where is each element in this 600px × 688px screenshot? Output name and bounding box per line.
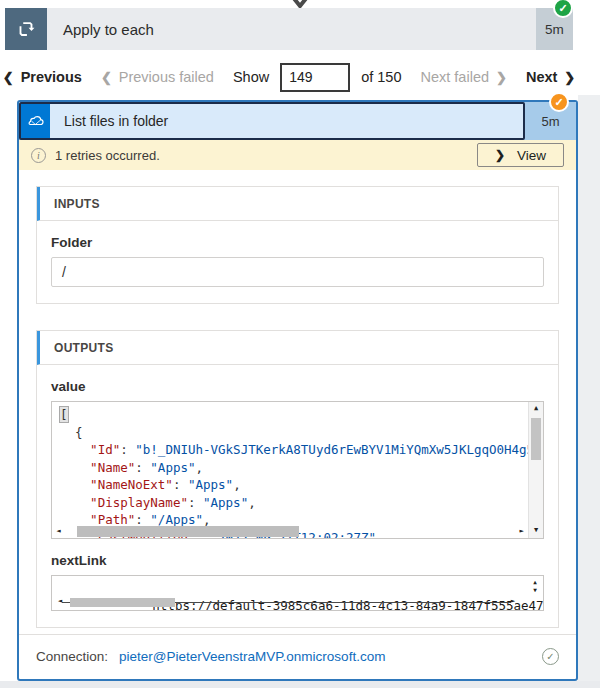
apply-to-each-title: Apply to each [47,8,536,50]
apply-to-each-loop-icon [5,8,47,50]
nextlink-code-viewer[interactable]: https://default-3985c6a6-11d8-4c13-84a9-… [51,575,544,611]
next-label: Next [526,69,557,85]
outputs-section: OUTPUTS value [ { "Id": "b!_DNIUh-VGkSJT… [36,330,559,628]
info-icon: i [31,148,46,163]
scroll-left-arrow[interactable]: ◄ [52,525,65,538]
scroll-down-arrow[interactable]: ▼ [529,524,543,538]
scroll-right-arrow[interactable]: ► [515,525,528,538]
chevron-right-icon: ❯ [496,70,507,85]
code-content: [ { "Id": "b!_DNIUh-VGkSJTKerkA8TUyd6rEw… [60,406,525,539]
scroll-up-arrow[interactable]: ▲ [529,402,543,416]
view-retries-button[interactable]: ❯ View [477,143,564,167]
vertical-scrollbar[interactable]: ▲ ▼ [528,402,543,538]
check-icon: ✓ [546,651,554,662]
iteration-pagination: ❮ Previous ❮ Previous failed Show of 150… [0,60,578,94]
scroll-left-arrow[interactable]: ◄ [58,597,62,605]
background-gutter-bottom [0,681,600,688]
horizontal-scrollbar[interactable]: ◄ ► [52,525,528,538]
iteration-number-input[interactable] [280,63,350,92]
flow-run-panel: Apply to each 5m ✓ ❮ Previous ❮ Previous… [0,0,600,688]
pagination-next-failed-button[interactable]: Next failed ❯ [421,69,507,85]
view-label: View [517,148,546,163]
chevron-left-icon: ❮ [101,70,112,85]
next-failed-label: Next failed [421,69,490,85]
action-card-body: INPUTS Folder / OUTPUTS value [ { "Id": … [19,170,576,634]
outputs-section-content: value [ { "Id": "b!_DNIUh-VGkSJTKerkA8TU… [37,365,558,627]
background-gutter [578,95,600,688]
action-selected-outline[interactable]: List files in folder [19,102,525,140]
chevron-right-icon: ❯ [564,70,575,85]
connection-label: Connection: [36,649,108,664]
outputs-section-header: OUTPUTS [37,331,558,365]
scroll-right-arrow[interactable]: ► [511,597,515,605]
action-title: List files in folder [50,104,523,138]
outputs-value-code-viewer[interactable]: [ { "Id": "b!_DNIUh-VGkSJTKerkA8TUyd6rEw… [51,401,544,539]
inputs-section-header: INPUTS [37,187,558,221]
retry-message: 1 retries occurred. [55,148,160,163]
code-line: "Name": "Apps", [60,459,525,477]
folder-input[interactable]: / [51,257,544,287]
code-line: [ [60,406,525,424]
apply-to-each-card-header[interactable]: Apply to each 5m [5,8,573,50]
retry-banner: i 1 retries occurred. ❯ View [19,140,576,170]
connection-footer: Connection: pieter@PieterVeenstraMVP.onm… [19,634,576,679]
vertical-scroll-thumb[interactable] [531,418,541,460]
check-icon: ✓ [554,96,563,109]
horizontal-scroll-thumb[interactable] [70,598,175,607]
connection-account-link[interactable]: pieter@PieterVeenstraMVP.onmicrosoft.com [119,649,385,664]
chevron-right-icon: ❯ [495,148,505,162]
inputs-section: INPUTS Folder / [36,186,559,304]
action-card-header[interactable]: List files in folder 5m [19,102,576,140]
warning-status-badge: ✓ [549,92,569,112]
value-field-label: value [51,379,544,394]
pagination-previous-button[interactable]: ❮ Previous [3,69,82,85]
code-line: "DisplayName": "Apps", [60,494,525,512]
inputs-section-content: Folder / [37,221,558,303]
list-files-in-folder-card: List files in folder 5m i 1 retries occu… [17,100,578,681]
pagination-previous-failed-button[interactable]: ❮ Previous failed [101,69,214,85]
pagination-next-button[interactable]: Next ❯ [526,69,575,85]
scroll-down-arrow[interactable]: ▼ [533,586,537,594]
folder-value: / [62,264,66,280]
horizontal-scroll-thumb[interactable] [77,526,299,537]
connection-valid-check-icon: ✓ [542,648,559,665]
code-line: "NameNoExt": "Apps", [60,476,525,494]
previous-failed-label: Previous failed [119,69,214,85]
nextlink-field-label: nextLink [51,553,544,568]
onedrive-cloud-icon [21,104,50,138]
nextlink-vertical-scrollbar[interactable]: ▲ ▼ [528,578,542,594]
check-icon: ✓ [558,2,567,15]
code-line: { [60,424,525,442]
folder-field-label: Folder [51,235,544,250]
code-line: "Id": "b!_DNIUh-VGkSJTKerkA8TUyd6rEwBYV1… [60,441,525,459]
of-total-label: of 150 [361,69,401,85]
previous-label: Previous [21,69,82,85]
nextlink-horizontal-scrollbar[interactable]: ◄ ► [58,598,515,607]
scroll-up-arrow[interactable]: ▲ [533,578,537,586]
show-label: Show [233,69,269,85]
chevron-left-icon: ❮ [3,70,14,85]
